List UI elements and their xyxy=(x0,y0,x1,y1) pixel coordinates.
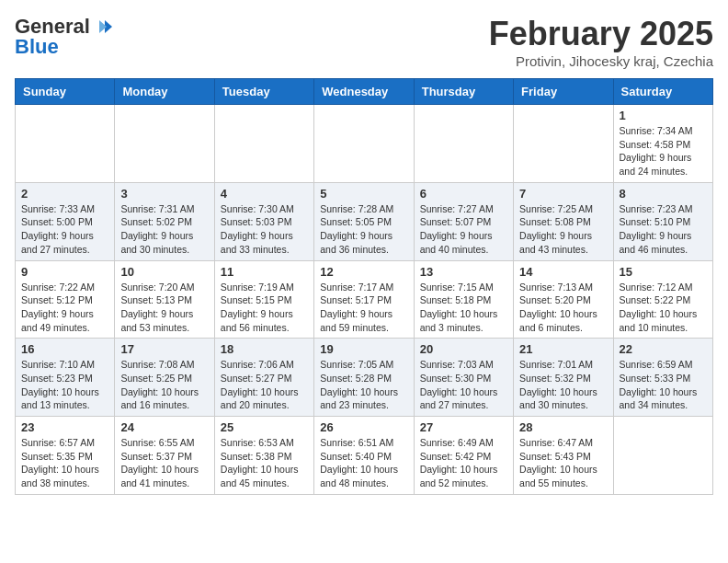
table-row: 3Sunrise: 7:31 AM Sunset: 5:02 PM Daylig… xyxy=(115,182,214,260)
table-row: 19Sunrise: 7:05 AM Sunset: 5:28 PM Dayli… xyxy=(314,339,414,417)
day-number: 11 xyxy=(221,265,308,279)
table-row xyxy=(514,105,613,183)
day-number: 8 xyxy=(620,187,707,201)
table-row: 1Sunrise: 7:34 AM Sunset: 4:58 PM Daylig… xyxy=(613,105,712,183)
day-number: 23 xyxy=(21,420,108,434)
day-number: 14 xyxy=(519,265,607,279)
day-number: 18 xyxy=(221,342,308,356)
table-row: 10Sunrise: 7:20 AM Sunset: 5:13 PM Dayli… xyxy=(115,260,214,339)
day-number: 25 xyxy=(221,420,308,434)
table-row: 15Sunrise: 7:12 AM Sunset: 5:22 PM Dayli… xyxy=(613,260,712,339)
calendar-header-row: Sunday Monday Tuesday Wednesday Thursday… xyxy=(16,79,713,105)
calendar-week-row: 16Sunrise: 7:10 AM Sunset: 5:23 PM Dayli… xyxy=(16,339,713,417)
table-row xyxy=(16,105,115,183)
calendar-week-row: 2Sunrise: 7:33 AM Sunset: 5:00 PM Daylig… xyxy=(16,182,713,260)
logo-icon xyxy=(92,17,112,37)
day-info: Sunrise: 6:59 AM Sunset: 5:33 PM Dayligh… xyxy=(620,358,707,412)
day-number: 16 xyxy=(21,342,108,356)
calendar-week-row: 9Sunrise: 7:22 AM Sunset: 5:12 PM Daylig… xyxy=(16,260,713,339)
table-row xyxy=(115,105,214,183)
day-info: Sunrise: 7:13 AM Sunset: 5:20 PM Dayligh… xyxy=(519,281,607,335)
day-info: Sunrise: 7:34 AM Sunset: 4:58 PM Dayligh… xyxy=(620,124,707,178)
table-row: 27Sunrise: 6:49 AM Sunset: 5:42 PM Dayli… xyxy=(414,417,513,495)
table-row: 16Sunrise: 7:10 AM Sunset: 5:23 PM Dayli… xyxy=(16,339,115,417)
day-number: 3 xyxy=(120,187,208,201)
day-info: Sunrise: 7:23 AM Sunset: 5:10 PM Dayligh… xyxy=(620,202,707,257)
table-row: 12Sunrise: 7:17 AM Sunset: 5:17 PM Dayli… xyxy=(314,260,414,339)
day-info: Sunrise: 6:53 AM Sunset: 5:38 PM Dayligh… xyxy=(221,436,308,490)
day-info: Sunrise: 7:19 AM Sunset: 5:15 PM Dayligh… xyxy=(221,281,308,335)
day-info: Sunrise: 7:30 AM Sunset: 5:03 PM Dayligh… xyxy=(221,202,308,257)
table-row: 20Sunrise: 7:03 AM Sunset: 5:30 PM Dayli… xyxy=(414,339,513,417)
day-info: Sunrise: 7:03 AM Sunset: 5:30 PM Dayligh… xyxy=(420,358,507,412)
day-info: Sunrise: 7:25 AM Sunset: 5:08 PM Dayligh… xyxy=(519,202,607,257)
table-row: 21Sunrise: 7:01 AM Sunset: 5:32 PM Dayli… xyxy=(514,339,613,417)
day-info: Sunrise: 6:47 AM Sunset: 5:43 PM Dayligh… xyxy=(519,436,607,490)
table-row xyxy=(214,105,313,183)
col-monday: Monday xyxy=(115,79,214,105)
day-info: Sunrise: 7:08 AM Sunset: 5:25 PM Dayligh… xyxy=(120,358,208,412)
col-friday: Friday xyxy=(514,79,613,105)
day-number: 2 xyxy=(21,187,108,201)
table-row: 13Sunrise: 7:15 AM Sunset: 5:18 PM Dayli… xyxy=(414,260,513,339)
day-info: Sunrise: 6:55 AM Sunset: 5:37 PM Dayligh… xyxy=(120,436,208,490)
logo-blue-text: Blue xyxy=(15,35,59,59)
col-tuesday: Tuesday xyxy=(214,79,313,105)
table-row: 11Sunrise: 7:19 AM Sunset: 5:15 PM Dayli… xyxy=(214,260,313,339)
col-sunday: Sunday xyxy=(16,79,115,105)
day-number: 20 xyxy=(420,342,507,356)
day-info: Sunrise: 7:22 AM Sunset: 5:12 PM Dayligh… xyxy=(21,281,108,335)
logo: General Blue xyxy=(15,15,112,59)
col-thursday: Thursday xyxy=(414,79,513,105)
table-row: 6Sunrise: 7:27 AM Sunset: 5:07 PM Daylig… xyxy=(414,182,513,260)
day-info: Sunrise: 7:27 AM Sunset: 5:07 PM Dayligh… xyxy=(420,202,507,257)
calendar-week-row: 23Sunrise: 6:57 AM Sunset: 5:35 PM Dayli… xyxy=(16,417,713,495)
day-number: 10 xyxy=(120,265,208,279)
day-info: Sunrise: 7:17 AM Sunset: 5:17 PM Dayligh… xyxy=(320,281,407,335)
day-info: Sunrise: 7:12 AM Sunset: 5:22 PM Dayligh… xyxy=(620,281,707,335)
day-number: 13 xyxy=(420,265,507,279)
table-row: 23Sunrise: 6:57 AM Sunset: 5:35 PM Dayli… xyxy=(16,417,115,495)
day-number: 26 xyxy=(320,420,407,434)
table-row xyxy=(613,417,712,495)
calendar-table: Sunday Monday Tuesday Wednesday Thursday… xyxy=(15,78,713,495)
day-info: Sunrise: 6:51 AM Sunset: 5:40 PM Dayligh… xyxy=(320,436,407,490)
day-number: 17 xyxy=(120,342,208,356)
day-info: Sunrise: 6:57 AM Sunset: 5:35 PM Dayligh… xyxy=(21,436,108,490)
table-row: 8Sunrise: 7:23 AM Sunset: 5:10 PM Daylig… xyxy=(613,182,712,260)
calendar-week-row: 1Sunrise: 7:34 AM Sunset: 4:58 PM Daylig… xyxy=(16,105,713,183)
day-info: Sunrise: 7:31 AM Sunset: 5:02 PM Dayligh… xyxy=(120,202,208,257)
title-area: February 2025 Protivin, Jihocesky kraj, … xyxy=(489,15,713,69)
page-header: General Blue February 2025 Protivin, Jih… xyxy=(15,15,713,69)
col-wednesday: Wednesday xyxy=(314,79,414,105)
table-row: 7Sunrise: 7:25 AM Sunset: 5:08 PM Daylig… xyxy=(514,182,613,260)
col-saturday: Saturday xyxy=(613,79,712,105)
table-row: 25Sunrise: 6:53 AM Sunset: 5:38 PM Dayli… xyxy=(214,417,313,495)
day-number: 28 xyxy=(519,420,607,434)
day-number: 5 xyxy=(320,187,407,201)
day-number: 4 xyxy=(221,187,308,201)
day-info: Sunrise: 7:06 AM Sunset: 5:27 PM Dayligh… xyxy=(221,358,308,412)
day-info: Sunrise: 7:20 AM Sunset: 5:13 PM Dayligh… xyxy=(120,281,208,335)
table-row: 28Sunrise: 6:47 AM Sunset: 5:43 PM Dayli… xyxy=(514,417,613,495)
table-row: 4Sunrise: 7:30 AM Sunset: 5:03 PM Daylig… xyxy=(214,182,313,260)
table-row: 18Sunrise: 7:06 AM Sunset: 5:27 PM Dayli… xyxy=(214,339,313,417)
day-number: 19 xyxy=(320,342,407,356)
day-number: 7 xyxy=(519,187,607,201)
table-row: 9Sunrise: 7:22 AM Sunset: 5:12 PM Daylig… xyxy=(16,260,115,339)
location: Protivin, Jihocesky kraj, Czechia xyxy=(489,53,713,69)
day-info: Sunrise: 7:28 AM Sunset: 5:05 PM Dayligh… xyxy=(320,202,407,257)
day-info: Sunrise: 7:33 AM Sunset: 5:00 PM Dayligh… xyxy=(21,202,108,257)
month-title: February 2025 xyxy=(489,15,713,53)
day-number: 1 xyxy=(620,109,707,122)
table-row xyxy=(314,105,414,183)
table-row: 26Sunrise: 6:51 AM Sunset: 5:40 PM Dayli… xyxy=(314,417,414,495)
table-row: 5Sunrise: 7:28 AM Sunset: 5:05 PM Daylig… xyxy=(314,182,414,260)
day-number: 15 xyxy=(620,265,707,279)
day-info: Sunrise: 7:05 AM Sunset: 5:28 PM Dayligh… xyxy=(320,358,407,412)
day-number: 21 xyxy=(519,342,607,356)
table-row: 22Sunrise: 6:59 AM Sunset: 5:33 PM Dayli… xyxy=(613,339,712,417)
table-row xyxy=(414,105,513,183)
day-info: Sunrise: 7:01 AM Sunset: 5:32 PM Dayligh… xyxy=(519,358,607,412)
day-number: 6 xyxy=(420,187,507,201)
